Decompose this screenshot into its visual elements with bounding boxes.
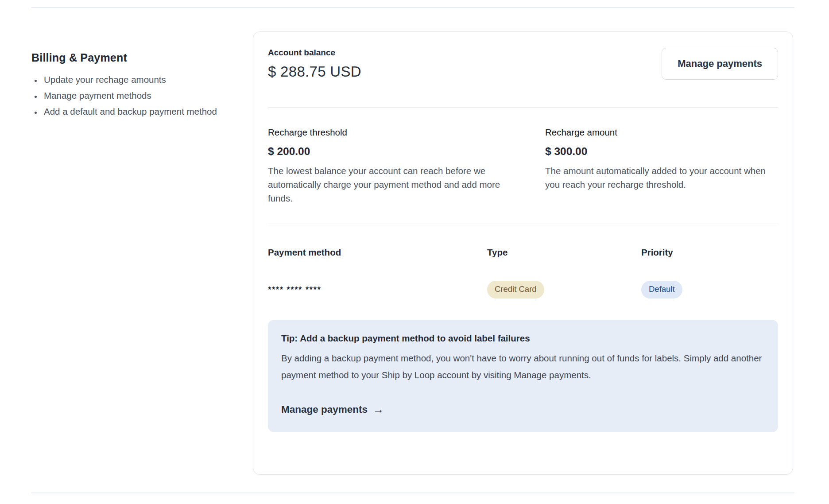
account-balance-value: $ 288.75 USD (268, 63, 361, 80)
account-balance-block: Account balance $ 288.75 USD (268, 48, 361, 80)
list-item-manage-methods: Manage payment methods (42, 88, 235, 104)
account-balance-label: Account balance (268, 48, 361, 58)
column-header-payment-method: Payment method (268, 247, 487, 258)
top-divider (31, 7, 794, 8)
recharge-threshold-value: $ 200.00 (268, 145, 501, 158)
table-header-row: Payment method Type Priority (268, 247, 778, 258)
recharge-threshold-block: Recharge threshold $ 200.00 The lowest b… (268, 127, 501, 205)
billing-card: Account balance $ 288.75 USD Manage paym… (253, 31, 793, 475)
card-divider-1 (268, 107, 778, 108)
card-header: Account balance $ 288.75 USD Manage paym… (268, 48, 778, 80)
default-badge: Default (641, 281, 682, 299)
table-row: **** **** **** Credit Card Default (268, 281, 778, 299)
recharge-amount-label: Recharge amount (545, 127, 778, 138)
column-header-priority: Priority (641, 247, 778, 258)
bottom-divider (31, 492, 794, 493)
recharge-amount-description: The amount automatically added to your a… (545, 164, 778, 191)
list-item-add-backup: Add a default and backup payment method (42, 104, 235, 120)
column-header-type: Type (487, 247, 641, 258)
recharge-threshold-label: Recharge threshold (268, 127, 501, 138)
recharge-threshold-description: The lowest balance your account can reac… (268, 164, 501, 205)
billing-feature-list: Update your rechage amounts Manage payme… (42, 72, 235, 120)
recharge-amount-block: Recharge amount $ 300.00 The amount auto… (545, 127, 778, 205)
payment-method-masked-number: **** **** **** (268, 285, 487, 295)
section-title: Billing & Payment (31, 51, 235, 64)
tip-title: Tip: Add a backup payment method to avoi… (281, 333, 765, 344)
manage-payments-link[interactable]: Manage payments → (281, 404, 384, 415)
arrow-right-icon: → (373, 404, 384, 415)
list-item-update-recharge: Update your rechage amounts (42, 72, 235, 88)
tip-body: By adding a backup payment method, you w… (281, 350, 765, 384)
manage-payments-button[interactable]: Manage payments (662, 48, 778, 80)
payment-priority-cell: Default (641, 281, 778, 299)
payment-type-cell: Credit Card (487, 281, 641, 299)
recharge-amount-value: $ 300.00 (545, 145, 778, 158)
billing-description-panel: Billing & Payment Update your rechage am… (31, 51, 235, 120)
manage-payments-link-label: Manage payments (281, 404, 368, 415)
recharge-section: Recharge threshold $ 200.00 The lowest b… (268, 127, 778, 205)
card-divider-2 (268, 224, 778, 224)
tip-callout: Tip: Add a backup payment method to avoi… (268, 320, 778, 432)
credit-card-badge: Credit Card (487, 281, 544, 299)
payment-methods-table: Payment method Type Priority **** **** *… (268, 247, 778, 299)
